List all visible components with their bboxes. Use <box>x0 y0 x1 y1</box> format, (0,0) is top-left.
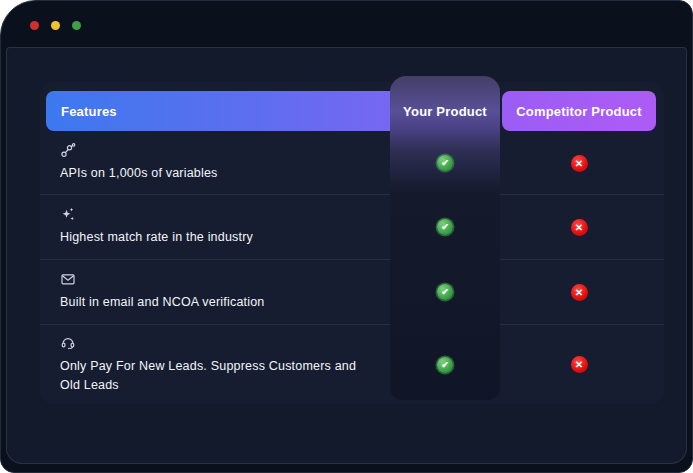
maximize-button[interactable] <box>72 21 81 30</box>
app-window: Features Competitor Product Your Product <box>0 0 693 473</box>
mail-icon <box>60 271 76 287</box>
feature-cell: Highest match rate in the industry <box>60 206 253 247</box>
minimize-button[interactable] <box>51 21 60 30</box>
features-header-label: Features <box>61 104 117 119</box>
window-content: Features Competitor Product Your Product <box>6 47 687 464</box>
cross-icon: ✕ <box>571 356 588 373</box>
feature-cell: Only Pay For New Leads. Suppress Custome… <box>60 334 360 395</box>
competitor-header-label: Competitor Product <box>516 104 642 119</box>
your-product-cell: ✔ <box>390 260 500 324</box>
competitor-product-header: Competitor Product <box>502 91 656 131</box>
competitor-cell: ✕ <box>502 260 656 324</box>
cross-icon: ✕ <box>571 284 588 301</box>
your-product-cell: ✔ <box>390 132 500 194</box>
verified-check-icon: ✔ <box>437 284 453 300</box>
cross-icon: ✕ <box>571 155 588 172</box>
headset-icon <box>60 334 76 350</box>
table-rows: APIs on 1,000s of variables ✔ ✕ <box>40 132 664 404</box>
traffic-lights <box>30 21 81 30</box>
feature-label: Built in email and NCOA verification <box>60 293 265 312</box>
verified-check-icon: ✔ <box>437 357 453 373</box>
competitor-cell: ✕ <box>502 132 656 194</box>
table-row: Built in email and NCOA verification ✔ ✕ <box>40 259 664 324</box>
feature-label: APIs on 1,000s of variables <box>60 164 218 183</box>
competitor-cell: ✕ <box>502 325 656 404</box>
sparkles-icon <box>60 206 76 222</box>
competitor-cell: ✕ <box>502 195 656 259</box>
table-row: Highest match rate in the industry ✔ ✕ <box>40 194 664 259</box>
table-row: APIs on 1,000s of variables ✔ ✕ <box>40 132 664 194</box>
verified-check-icon: ✔ <box>437 219 453 235</box>
feature-cell: Built in email and NCOA verification <box>60 271 265 312</box>
your-product-header: Your Product <box>390 91 500 131</box>
window-titlebar <box>1 1 692 47</box>
your-product-cell: ✔ <box>390 325 500 404</box>
feature-label: Only Pay For New Leads. Suppress Custome… <box>60 356 360 395</box>
your-product-header-label: Your Product <box>403 104 487 119</box>
comparison-table: Features Competitor Product Your Product <box>40 82 664 404</box>
feature-label: Highest match rate in the industry <box>60 228 253 247</box>
your-product-cell: ✔ <box>390 195 500 259</box>
table-row: Only Pay For New Leads. Suppress Custome… <box>40 324 664 404</box>
feature-cell: APIs on 1,000s of variables <box>60 142 218 183</box>
close-button[interactable] <box>30 21 39 30</box>
cross-icon: ✕ <box>571 219 588 236</box>
nodes-icon <box>60 142 76 158</box>
verified-check-icon: ✔ <box>437 155 453 171</box>
